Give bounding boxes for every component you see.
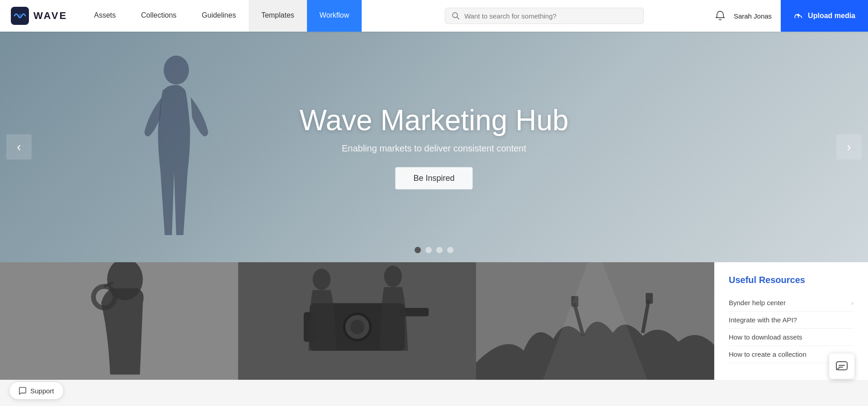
main-nav: Assets Collections Guidelines Templates … [81, 0, 384, 32]
slider-dot-2[interactable] [425, 247, 432, 253]
slider-dot-4[interactable] [447, 247, 453, 253]
svg-rect-21 [646, 293, 653, 304]
resource-item-api[interactable]: Integrate with the API? [729, 312, 854, 329]
hero-section: Wave Marketing Hub Enabling markets to d… [0, 32, 868, 262]
resource-item-bynder[interactable]: Bynder help center › [729, 294, 854, 312]
hero-silhouette [136, 45, 217, 235]
hero-title: Wave Marketing Hub [299, 104, 568, 136]
hero-content: Wave Marketing Hub Enabling markets to d… [299, 104, 568, 189]
resource-item-download[interactable]: How to download assets [729, 329, 854, 346]
upload-cloud-icon [793, 11, 803, 21]
chat-widget-button[interactable] [829, 354, 854, 379]
resources-title: Useful Resources [729, 275, 854, 285]
nav-item-assets[interactable]: Assets [81, 0, 128, 32]
media-card-3-image [476, 262, 714, 380]
svg-point-1 [18, 14, 22, 18]
nav-item-guidelines[interactable]: Guidelines [189, 0, 249, 32]
search-icon [452, 12, 460, 20]
nav-item-workflow[interactable]: Workflow [307, 0, 362, 32]
media-card-1-image [0, 262, 238, 380]
media-card-3[interactable] [476, 262, 714, 380]
svg-point-14 [350, 320, 364, 334]
resource-chevron-1: › [851, 299, 854, 307]
svg-point-4 [164, 56, 189, 85]
user-name[interactable]: Sarah Jonas [734, 12, 772, 20]
media-cards [0, 262, 714, 380]
svg-point-16 [384, 266, 402, 287]
upload-media-label: Upload media [808, 12, 855, 20]
nav-item-collections[interactable]: Collections [128, 0, 189, 32]
slider-prev-button[interactable]: ‹ [6, 134, 32, 160]
slider-dot-1[interactable] [415, 247, 421, 253]
logo-area[interactable]: WAVE [0, 7, 81, 25]
hero-subtitle: Enabling markets to deliver consistent c… [299, 143, 568, 154]
notification-bell-icon[interactable] [714, 9, 726, 22]
slider-dots [415, 247, 453, 253]
media-card-2[interactable] [238, 262, 476, 380]
logo-text: WAVE [33, 10, 67, 22]
main-header: WAVE Assets Collections Guidelines Templ… [0, 0, 868, 32]
slider-dot-3[interactable] [436, 247, 443, 253]
search-input[interactable] [464, 12, 637, 20]
search-bar [445, 8, 644, 24]
media-card-2-image [238, 262, 476, 380]
chat-icon [835, 360, 848, 373]
hero-cta-button[interactable]: Be Inspired [395, 167, 472, 189]
media-card-1[interactable] [0, 262, 238, 380]
wave-logo-icon [11, 7, 29, 25]
header-right: Sarah Jonas [705, 9, 781, 22]
search-wrapper [384, 8, 704, 24]
bottom-section: Useful Resources Bynder help center › In… [0, 262, 868, 380]
upload-media-button[interactable]: Upload media [781, 0, 868, 32]
svg-line-3 [457, 17, 459, 19]
nav-item-templates[interactable]: Templates [249, 0, 307, 32]
svg-point-15 [312, 269, 330, 290]
slider-next-button[interactable]: › [836, 134, 862, 160]
